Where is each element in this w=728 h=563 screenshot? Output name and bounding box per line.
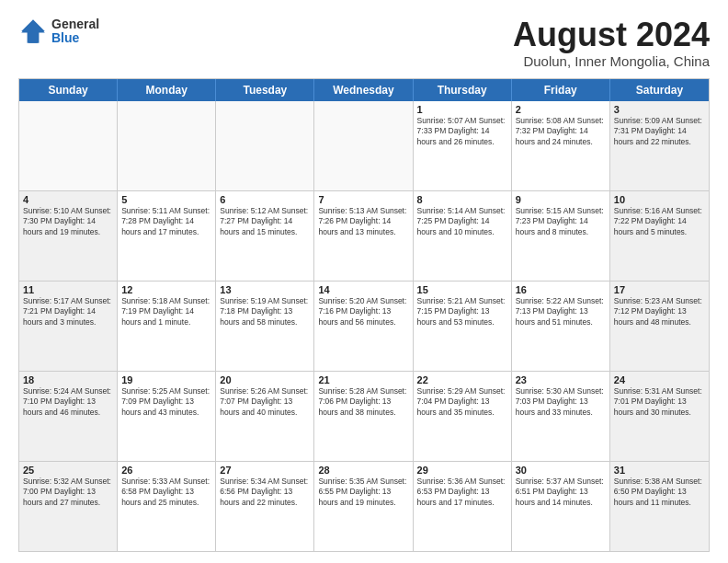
cal-header-sunday: Sunday [19,79,118,101]
logo-general: General [51,17,99,31]
page-title: August 2024 [513,17,710,53]
day-number: 8 [417,194,507,205]
cell-text: Sunrise: 5:35 AM Sunset: 6:55 PM Dayligh… [318,477,408,508]
day-number: 12 [121,284,211,295]
cell-text: Sunrise: 5:11 AM Sunset: 7:28 PM Dayligh… [121,206,211,237]
cal-cell-day-5: 5Sunrise: 5:11 AM Sunset: 7:28 PM Daylig… [118,191,216,281]
cell-text: Sunrise: 5:09 AM Sunset: 7:31 PM Dayligh… [614,116,705,147]
cell-text: Sunrise: 5:13 AM Sunset: 7:26 PM Dayligh… [318,206,408,237]
cell-text: Sunrise: 5:18 AM Sunset: 7:19 PM Dayligh… [121,296,211,327]
day-number: 9 [516,194,606,205]
page: General Blue August 2024 Duolun, Inner M… [0,0,728,563]
day-number: 1 [417,104,507,115]
day-number: 14 [318,284,408,295]
cal-cell-day-25: 25Sunrise: 5:32 AM Sunset: 7:00 PM Dayli… [19,462,118,551]
calendar-header-row: SundayMondayTuesdayWednesdayThursdayFrid… [19,79,709,101]
day-number: 15 [417,284,507,295]
day-number: 25 [23,465,113,476]
day-number: 6 [220,194,310,205]
cell-text: Sunrise: 5:32 AM Sunset: 7:00 PM Dayligh… [23,477,113,508]
day-number: 29 [417,465,507,476]
header: General Blue August 2024 Duolun, Inner M… [18,17,710,69]
cell-text: Sunrise: 5:31 AM Sunset: 7:01 PM Dayligh… [614,386,705,418]
cal-cell-day-14: 14Sunrise: 5:20 AM Sunset: 7:16 PM Dayli… [314,282,413,371]
cal-cell-day-19: 19Sunrise: 5:25 AM Sunset: 7:09 PM Dayli… [118,372,216,461]
cell-text: Sunrise: 5:37 AM Sunset: 6:51 PM Dayligh… [516,477,606,508]
cal-header-thursday: Thursday [414,79,512,101]
cal-cell-empty [19,101,118,190]
day-number: 13 [220,284,310,295]
cal-cell-day-28: 28Sunrise: 5:35 AM Sunset: 6:55 PM Dayli… [314,462,413,551]
cal-header-friday: Friday [512,79,610,101]
cell-text: Sunrise: 5:07 AM Sunset: 7:33 PM Dayligh… [417,116,507,147]
cell-text: Sunrise: 5:12 AM Sunset: 7:27 PM Dayligh… [220,206,310,237]
cal-cell-day-27: 27Sunrise: 5:34 AM Sunset: 6:56 PM Dayli… [216,462,314,551]
cell-text: Sunrise: 5:08 AM Sunset: 7:32 PM Dayligh… [516,116,606,147]
cal-cell-day-24: 24Sunrise: 5:31 AM Sunset: 7:01 PM Dayli… [610,372,709,461]
cal-cell-day-1: 1Sunrise: 5:07 AM Sunset: 7:33 PM Daylig… [414,101,512,190]
cal-cell-day-23: 23Sunrise: 5:30 AM Sunset: 7:03 PM Dayli… [512,372,610,461]
day-number: 28 [318,465,408,476]
cal-cell-day-12: 12Sunrise: 5:18 AM Sunset: 7:19 PM Dayli… [118,282,216,371]
cell-text: Sunrise: 5:14 AM Sunset: 7:25 PM Dayligh… [417,206,507,237]
cell-text: Sunrise: 5:30 AM Sunset: 7:03 PM Dayligh… [516,386,606,418]
cal-cell-empty [314,101,413,190]
day-number: 22 [417,374,507,385]
day-number: 18 [23,374,113,385]
day-number: 26 [121,465,211,476]
day-number: 24 [614,374,705,385]
cell-text: Sunrise: 5:15 AM Sunset: 7:23 PM Dayligh… [516,206,606,237]
cell-text: Sunrise: 5:23 AM Sunset: 7:12 PM Dayligh… [614,296,705,327]
cal-cell-day-31: 31Sunrise: 5:38 AM Sunset: 6:50 PM Dayli… [610,462,709,551]
cal-cell-day-2: 2Sunrise: 5:08 AM Sunset: 7:32 PM Daylig… [512,101,610,190]
calendar: SundayMondayTuesdayWednesdayThursdayFrid… [18,78,710,552]
cell-text: Sunrise: 5:22 AM Sunset: 7:13 PM Dayligh… [516,296,606,327]
day-number: 23 [516,374,606,385]
cal-cell-day-29: 29Sunrise: 5:36 AM Sunset: 6:53 PM Dayli… [414,462,512,551]
cal-cell-day-30: 30Sunrise: 5:37 AM Sunset: 6:51 PM Dayli… [512,462,610,551]
cal-cell-day-22: 22Sunrise: 5:29 AM Sunset: 7:04 PM Dayli… [414,372,512,461]
cal-week-5: 25Sunrise: 5:32 AM Sunset: 7:00 PM Dayli… [19,462,709,551]
day-number: 17 [614,284,705,295]
day-number: 27 [220,465,310,476]
day-number: 16 [516,284,606,295]
logo: General Blue [18,17,99,46]
logo-icon [18,17,48,46]
title-block: August 2024 Duolun, Inner Mongolia, Chin… [513,17,710,69]
cell-text: Sunrise: 5:38 AM Sunset: 6:50 PM Dayligh… [614,477,705,508]
cal-cell-day-18: 18Sunrise: 5:24 AM Sunset: 7:10 PM Dayli… [19,372,118,461]
day-number: 4 [23,194,113,205]
page-subtitle: Duolun, Inner Mongolia, China [513,53,710,69]
cal-cell-day-13: 13Sunrise: 5:19 AM Sunset: 7:18 PM Dayli… [216,282,314,371]
cell-text: Sunrise: 5:16 AM Sunset: 7:22 PM Dayligh… [614,206,705,237]
cal-cell-day-7: 7Sunrise: 5:13 AM Sunset: 7:26 PM Daylig… [314,191,413,281]
cal-cell-day-8: 8Sunrise: 5:14 AM Sunset: 7:25 PM Daylig… [414,191,512,281]
cell-text: Sunrise: 5:34 AM Sunset: 6:56 PM Dayligh… [220,477,310,508]
day-number: 7 [318,194,408,205]
day-number: 3 [614,104,705,115]
day-number: 5 [121,194,211,205]
cal-cell-day-17: 17Sunrise: 5:23 AM Sunset: 7:12 PM Dayli… [610,282,709,371]
cell-text: Sunrise: 5:25 AM Sunset: 7:09 PM Dayligh… [121,386,211,418]
cell-text: Sunrise: 5:36 AM Sunset: 6:53 PM Dayligh… [417,477,507,508]
cal-cell-day-26: 26Sunrise: 5:33 AM Sunset: 6:58 PM Dayli… [118,462,216,551]
cell-text: Sunrise: 5:28 AM Sunset: 7:06 PM Dayligh… [318,386,408,418]
cal-header-monday: Monday [118,79,216,101]
cal-cell-day-9: 9Sunrise: 5:15 AM Sunset: 7:23 PM Daylig… [512,191,610,281]
cell-text: Sunrise: 5:26 AM Sunset: 7:07 PM Dayligh… [220,386,310,418]
cal-week-4: 18Sunrise: 5:24 AM Sunset: 7:10 PM Dayli… [19,372,709,462]
day-number: 31 [614,465,705,476]
cal-cell-day-6: 6Sunrise: 5:12 AM Sunset: 7:27 PM Daylig… [216,191,314,281]
cal-cell-day-3: 3Sunrise: 5:09 AM Sunset: 7:31 PM Daylig… [610,101,709,190]
day-number: 30 [516,465,606,476]
cal-header-wednesday: Wednesday [314,79,413,101]
cell-text: Sunrise: 5:29 AM Sunset: 7:04 PM Dayligh… [417,386,507,418]
cal-week-1: 1Sunrise: 5:07 AM Sunset: 7:33 PM Daylig… [19,101,709,191]
cal-header-saturday: Saturday [610,79,709,101]
logo-text: General Blue [51,17,99,46]
cell-text: Sunrise: 5:10 AM Sunset: 7:30 PM Dayligh… [23,206,113,237]
cal-header-tuesday: Tuesday [216,79,314,101]
logo-blue: Blue [51,31,99,45]
day-number: 11 [23,284,113,295]
day-number: 10 [614,194,705,205]
